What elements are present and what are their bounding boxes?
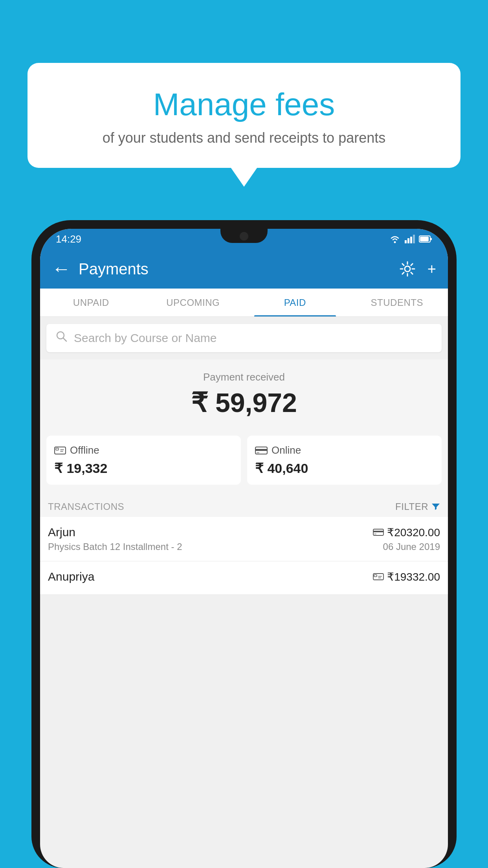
search-icon: [56, 331, 68, 346]
status-time: 14:29: [56, 233, 81, 245]
back-button[interactable]: ←: [52, 259, 71, 278]
transaction-row-top: Anupriya ₹19332.00: [48, 570, 440, 583]
transaction-list: Arjun ₹20320.00 Physics Batch: [40, 517, 448, 595]
svg-rect-6: [420, 237, 429, 241]
svg-point-8: [405, 266, 410, 272]
app-title: Payments: [79, 260, 391, 278]
phone-frame: 14:29: [31, 220, 457, 868]
transaction-item: Anupriya ₹19332.00: [40, 561, 448, 595]
svg-rect-2: [407, 238, 409, 243]
svg-rect-16: [255, 449, 267, 451]
payment-received-amount: ₹ 59,972: [48, 387, 440, 418]
tab-bar: UNPAID UPCOMING PAID STUDENTS: [40, 289, 448, 317]
card-icon: [255, 446, 268, 455]
search-bar[interactable]: Search by Course or Name: [46, 324, 442, 352]
transactions-label: TRANSACTIONS: [48, 501, 124, 512]
transaction-name: Anupriya: [48, 570, 94, 583]
transaction-amount: ₹20320.00: [373, 526, 440, 539]
transaction-amount: ₹19332.00: [373, 570, 440, 583]
payment-received-section: Payment received ₹ 59,972: [40, 359, 448, 436]
speech-bubble-title: Manage fees: [47, 86, 441, 123]
svg-rect-17: [257, 452, 259, 453]
speech-bubble-subtitle: of your students and send receipts to pa…: [47, 130, 441, 146]
transaction-row-bottom: Physics Batch 12 Installment - 2 06 June…: [48, 541, 440, 552]
status-icons: [389, 235, 432, 243]
tab-upcoming[interactable]: UPCOMING: [142, 289, 244, 316]
camera: [240, 232, 248, 241]
offline-payment-card: Offline ₹ 19,332: [46, 436, 241, 485]
online-payment-card: Online ₹ 40,640: [247, 436, 442, 485]
offline-amount: ₹ 19,332: [54, 460, 233, 476]
battery-icon: [419, 235, 432, 243]
offline-icon: [54, 445, 66, 456]
svg-rect-19: [373, 531, 383, 532]
transaction-row-top: Arjun ₹20320.00: [48, 526, 440, 539]
svg-rect-12: [56, 448, 59, 450]
transaction-course: Physics Batch 12 Installment - 2: [48, 541, 182, 552]
tab-unpaid[interactable]: UNPAID: [40, 289, 142, 316]
phone-notch: [220, 229, 268, 243]
transaction-name: Arjun: [48, 526, 75, 539]
speech-bubble: Manage fees of your students and send re…: [28, 63, 460, 168]
add-icon[interactable]: +: [427, 261, 436, 278]
svg-rect-4: [413, 235, 415, 243]
cash-payment-icon: [373, 572, 384, 581]
transaction-item: Arjun ₹20320.00 Physics Batch: [40, 517, 448, 561]
search-placeholder: Search by Course or Name: [74, 331, 217, 345]
wifi-icon: [389, 235, 401, 243]
tab-paid[interactable]: PAID: [244, 289, 346, 316]
online-card-header: Online: [255, 444, 434, 456]
app-bar: ← Payments +: [40, 249, 448, 289]
svg-line-10: [63, 338, 66, 341]
app-bar-actions: +: [399, 261, 436, 278]
phone-screen: 14:29: [40, 229, 448, 868]
svg-rect-3: [410, 237, 412, 243]
transactions-header: TRANSACTIONS FILTER: [40, 494, 448, 517]
transaction-date: 06 June 2019: [383, 541, 440, 552]
filter-button[interactable]: FILTER: [395, 501, 440, 512]
payment-cards: Offline ₹ 19,332 Online: [40, 436, 448, 494]
online-amount: ₹ 40,640: [255, 460, 434, 476]
signal-icon: [405, 235, 415, 243]
settings-icon[interactable]: [399, 261, 416, 277]
tab-students[interactable]: STUDENTS: [346, 289, 448, 316]
payment-received-label: Payment received: [48, 371, 440, 383]
svg-rect-22: [374, 575, 377, 577]
filter-icon: [431, 503, 440, 511]
card-payment-icon: [373, 528, 384, 537]
svg-rect-7: [431, 238, 432, 240]
svg-rect-1: [405, 240, 407, 243]
offline-card-header: Offline: [54, 444, 233, 456]
svg-point-0: [394, 241, 396, 243]
svg-rect-20: [374, 533, 376, 535]
